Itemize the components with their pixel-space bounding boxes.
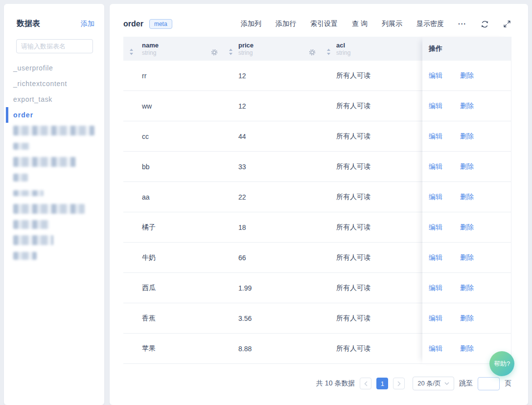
ops-column-header: 操作 — [422, 37, 511, 61]
table-search-input[interactable] — [16, 39, 93, 53]
sidebar-item-_userprofile[interactable]: _userprofile — [4, 60, 104, 76]
cell-name: aa — [123, 193, 223, 201]
edit-link[interactable]: 编辑 — [429, 284, 442, 292]
redacted-text — [13, 204, 85, 214]
sort-icon[interactable] — [324, 48, 333, 55]
app-root: 数据表 添加 _userprofile _richtextcontent exp… — [0, 0, 532, 405]
delete-link[interactable]: 删除 — [460, 162, 474, 171]
cell-price: 22 — [223, 193, 321, 201]
cell-price: 12 — [223, 72, 321, 80]
more-icon[interactable]: ··· — [458, 20, 466, 28]
ops-row: 编辑 删除 — [422, 303, 511, 334]
index-settings-button[interactable]: 索引设置 — [310, 20, 338, 28]
jump-unit: 页 — [505, 379, 511, 388]
redacted-text — [13, 252, 37, 260]
ops-column: 操作 编辑 删除 编辑 删除 编辑 删除 编辑 删除 编辑 删除 编辑 删除 编… — [422, 37, 511, 364]
add-table-link[interactable]: 添加 — [81, 20, 94, 28]
column-header-price: price string — [223, 37, 321, 61]
ops-row: 编辑 删除 — [422, 182, 511, 212]
cell-name: 牛奶 — [123, 253, 223, 262]
sidebar-item-redacted[interactable] — [4, 185, 104, 201]
help-button[interactable]: 帮助? — [489, 351, 514, 376]
delete-link[interactable]: 删除 — [460, 223, 474, 232]
chevron-down-icon — [444, 382, 449, 385]
delete-link[interactable]: 删除 — [460, 253, 474, 262]
cell-name: 橘子 — [123, 223, 223, 232]
edit-link[interactable]: 编辑 — [429, 314, 442, 323]
delete-link[interactable]: 删除 — [460, 344, 474, 353]
delete-link[interactable]: 删除 — [460, 193, 474, 202]
cell-name: bb — [123, 163, 223, 171]
ops-row: 编辑 删除 — [422, 243, 511, 273]
sidebar-item-order[interactable]: order — [6, 107, 104, 123]
sidebar-item-redacted[interactable] — [4, 138, 104, 154]
cell-price: 18 — [223, 224, 321, 231]
cell-name: 香蕉 — [123, 314, 223, 323]
cell-price: 66 — [223, 254, 321, 262]
delete-link[interactable]: 删除 — [460, 71, 474, 80]
cell-price: 44 — [223, 133, 321, 140]
column-settings-icon[interactable] — [309, 49, 316, 56]
jump-page-input[interactable] — [478, 377, 500, 390]
sidebar-item-redacted[interactable] — [4, 123, 104, 138]
data-table: name string price string — [123, 37, 511, 364]
column-display-button[interactable]: 列展示 — [382, 20, 402, 28]
redacted-text — [13, 235, 53, 245]
refresh-icon[interactable] — [481, 20, 489, 28]
sidebar-item-redacted[interactable] — [4, 232, 104, 248]
redacted-text — [13, 143, 30, 150]
ops-row: 编辑 删除 — [422, 273, 511, 303]
query-button[interactable]: 查 询 — [352, 20, 368, 28]
redacted-text — [13, 157, 76, 167]
add-row-button[interactable]: 添加行 — [276, 20, 296, 28]
main-header: order meta 添加列添加行索引设置查 询列展示显示密度 ··· — [110, 4, 528, 29]
sidebar-item-redacted[interactable] — [4, 248, 104, 264]
table-name-label: export_task — [13, 95, 52, 103]
edit-link[interactable]: 编辑 — [429, 132, 442, 141]
cell-name: cc — [123, 133, 223, 140]
pagination: 共 10 条数据 1 20 条/页 跳至 页 — [110, 377, 511, 390]
edit-link[interactable]: 编辑 — [429, 223, 442, 232]
display-density-button[interactable]: 显示密度 — [416, 20, 444, 28]
edit-link[interactable]: 编辑 — [429, 193, 442, 202]
delete-link[interactable]: 删除 — [460, 314, 474, 323]
sidebar-item-_richtextcontent[interactable]: _richtextcontent — [4, 76, 104, 91]
edit-link[interactable]: 编辑 — [429, 71, 442, 80]
column-settings-icon[interactable] — [211, 49, 218, 56]
add-column-button[interactable]: 添加列 — [241, 20, 261, 28]
edit-link[interactable]: 编辑 — [429, 102, 442, 111]
table-list: _userprofile _richtextcontent export_tas… — [4, 60, 104, 264]
sort-icon[interactable] — [226, 48, 235, 55]
sidebar-item-export_task[interactable]: export_task — [4, 91, 104, 107]
ops-row: 编辑 删除 — [422, 91, 511, 121]
meta-badge: meta — [149, 19, 172, 29]
ops-row: 编辑 删除 — [422, 61, 511, 91]
total-count: 共 10 条数据 — [316, 379, 355, 388]
page-size-select[interactable]: 20 条/页 — [413, 377, 454, 390]
sidebar-item-redacted[interactable] — [4, 217, 104, 232]
edit-link[interactable]: 编辑 — [429, 162, 442, 171]
cell-name: 西瓜 — [123, 284, 223, 292]
redacted-text — [13, 220, 49, 229]
next-page-button[interactable] — [393, 378, 405, 389]
ops-row: 编辑 删除 — [422, 152, 511, 182]
redacted-text — [13, 126, 94, 135]
sidebar-item-redacted[interactable] — [4, 154, 104, 170]
redacted-text — [13, 190, 44, 196]
ops-row: 编辑 删除 — [422, 121, 511, 152]
current-page-button[interactable]: 1 — [376, 378, 388, 389]
ops-row: 编辑 删除 — [422, 212, 511, 243]
delete-link[interactable]: 删除 — [460, 284, 474, 292]
sidebar-item-redacted[interactable] — [4, 170, 104, 185]
edit-link[interactable]: 编辑 — [429, 344, 442, 353]
delete-link[interactable]: 删除 — [460, 102, 474, 111]
expand-icon[interactable] — [503, 20, 511, 28]
edit-link[interactable]: 编辑 — [429, 253, 442, 262]
jump-label: 跳至 — [459, 379, 473, 388]
cell-price: 33 — [223, 163, 321, 171]
prev-page-button[interactable] — [360, 378, 371, 389]
redacted-text — [13, 174, 28, 181]
delete-link[interactable]: 删除 — [460, 132, 474, 141]
sort-icon[interactable] — [126, 48, 136, 55]
sidebar-item-redacted[interactable] — [4, 201, 104, 217]
